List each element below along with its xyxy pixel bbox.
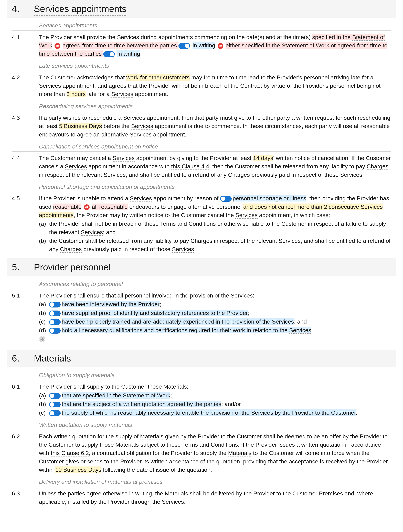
defined-term-services[interactable]: Services — [231, 292, 253, 299]
text: : — [253, 292, 254, 299]
defined-term-services[interactable]: Services — [251, 409, 273, 416]
toggle-icon[interactable] — [49, 302, 61, 307]
option-text[interactable]: all reasonable — [92, 203, 128, 210]
toggle-text[interactable]: in writing — [193, 42, 215, 49]
text: . — [184, 499, 185, 505]
defined-term-charges[interactable]: Charges — [190, 238, 212, 244]
toggle-icon[interactable] — [49, 319, 61, 325]
defined-term-charges[interactable]: Charges — [367, 163, 388, 170]
defined-term-statement-of-work[interactable]: Statement of Work — [282, 42, 329, 49]
toggle-text[interactable]: that are the subject of a written quotat… — [62, 401, 221, 407]
defined-term-services[interactable]: Services — [111, 91, 133, 98]
defined-term-materials[interactable]: Materials — [164, 383, 187, 390]
defined-term-customer-premises[interactable]: Customer Premises — [292, 490, 343, 497]
editable-text[interactable]: 3 hours — [67, 91, 86, 97]
defined-term-services[interactable]: Services — [162, 499, 184, 505]
defined-term-services[interactable]: Services — [113, 155, 135, 162]
defined-term-services[interactable]: Services — [123, 114, 145, 121]
text: Each written quotation for the supply of — [39, 433, 140, 440]
option-text[interactable]: agreed from time to time between the par… — [63, 42, 178, 49]
defined-term-services[interactable]: Services — [235, 212, 257, 219]
defined-term-services[interactable]: Services — [65, 163, 87, 170]
toggle-icon[interactable] — [178, 43, 190, 49]
toggle-text[interactable]: have been properly trained and are adequ… — [62, 318, 294, 325]
text: If a party wishes to reschedule a — [39, 114, 123, 121]
defined-term-services[interactable]: Services — [130, 131, 151, 138]
defined-term-services[interactable]: Services — [131, 123, 153, 130]
defined-term-materials[interactable]: Materials — [165, 490, 188, 497]
defined-term-materials[interactable]: Materials — [140, 433, 164, 440]
defined-term-charges[interactable]: Charges — [60, 246, 82, 253]
defined-term-services[interactable]: Services — [130, 195, 152, 202]
toggle-icon[interactable] — [220, 196, 232, 202]
toggle-text[interactable]: hold all necessary qualifications and ce… — [62, 327, 311, 333]
section-6-title[interactable]: Materials — [34, 352, 71, 365]
defined-term-services[interactable]: Services — [39, 82, 61, 89]
toggle-text[interactable]: personnel shortage or illness — [233, 195, 306, 202]
clause-6-2: 6.2 Each written quotation for the suppl… — [7, 432, 396, 474]
clause-body: If the Provider is unable to attend a Se… — [39, 194, 391, 253]
defined-term-services[interactable]: Services — [104, 171, 126, 178]
text: , then the Customer shall be released fr… — [209, 163, 367, 170]
clause-reference[interactable]: this Clause 4.4 — [171, 163, 209, 170]
editable-text[interactable]: 10 Business Days — [55, 467, 101, 473]
text: endeavours to engage alternative personn… — [128, 203, 243, 210]
clause-4-3: 4.3 If a party wishes to reschedule a Se… — [7, 114, 396, 139]
defined-term-charges[interactable]: Charges — [228, 171, 250, 178]
clause-4-2: 4.2 The Customer acknowledges that work … — [7, 73, 396, 98]
sub-letter: (b) — [39, 309, 49, 317]
text: following the date of issue of the quota… — [101, 467, 212, 473]
defined-term-statement-of-work[interactable]: Statement of Work — [123, 392, 170, 399]
text: in respect of the relevant — [39, 171, 104, 178]
toggle-text[interactable]: that are specified in the Statement of W… — [62, 392, 170, 399]
defined-term-services[interactable]: Services — [340, 171, 362, 178]
defined-term-materials[interactable]: Materials — [115, 441, 139, 448]
text: . — [140, 51, 142, 57]
add-item-icon[interactable] — [39, 336, 45, 342]
toggle-text[interactable]: have been interviewed by the Provider — [62, 301, 159, 307]
toggle-icon[interactable] — [103, 51, 115, 57]
toggle-icon[interactable] — [49, 310, 61, 316]
text: The Provider shall supply to the Custome… — [39, 383, 164, 390]
section-5-title[interactable]: Provider personnel — [34, 260, 111, 274]
toggle-text[interactable]: the supply of which is reasonably necess… — [62, 409, 356, 416]
section-4-header: 4. Services appointments — [7, 0, 396, 18]
toggle-icon[interactable] — [49, 328, 61, 334]
clause-body: The Provider shall ensure that all perso… — [39, 291, 391, 345]
sub-text: hold all necessary qualifications and ce… — [49, 326, 391, 334]
toggle-icon[interactable] — [49, 410, 61, 416]
section-4-title[interactable]: Services appointments — [34, 2, 126, 16]
or-badge-icon[interactable]: or — [218, 43, 223, 49]
editable-text[interactable]: work for other customers — [126, 74, 190, 81]
section-5-number: 5. — [12, 260, 34, 274]
clause-number: 4.4 — [12, 154, 39, 179]
clause-reference[interactable]: this Clause 6.2 — [51, 450, 89, 456]
or-badge-icon[interactable]: or — [55, 43, 60, 49]
toggle-icon[interactable] — [49, 393, 61, 399]
subheading-text: Personnel shortage and cancellation of a… — [39, 184, 175, 190]
editable-text[interactable]: 14 days — [253, 155, 273, 161]
text: may from time to time lead to the Provid… — [190, 74, 373, 81]
or-badge-icon[interactable]: or — [84, 204, 90, 210]
defined-term-materials[interactable]: Materials — [228, 450, 252, 456]
subheading-text: Cancellation of services appointment on … — [39, 143, 158, 150]
defined-term-services[interactable]: Services — [81, 229, 103, 236]
sub-text: have supplied proof of identity and sati… — [49, 309, 391, 317]
section-6-number: 6. — [12, 352, 34, 365]
defined-term-services[interactable]: Services — [278, 238, 301, 244]
sub-item-c: (c) have been properly trained and are a… — [39, 317, 391, 326]
subheading-4-1: Services appointments — [12, 21, 391, 31]
toggle-text[interactable]: in writing — [117, 51, 140, 57]
defined-term-services[interactable]: Services — [172, 246, 194, 253]
text: , and shall be entitled to a refund of a… — [126, 171, 228, 178]
toggle-icon[interactable] — [49, 402, 61, 407]
defined-term-services[interactable]: Services — [272, 318, 294, 325]
defined-term-services[interactable]: Services — [289, 327, 311, 334]
clause-number: 6.1 — [12, 382, 39, 417]
option-text[interactable]: reasonable — [53, 203, 82, 210]
defined-term-services[interactable]: Services — [361, 203, 383, 210]
toggle-text[interactable]: have supplied proof of identity and sati… — [62, 310, 248, 316]
subheading-text: Assurances relating to personnel — [39, 281, 123, 287]
text: appointment by giving to the Provider at… — [135, 155, 253, 161]
editable-text[interactable]: 5 Business Days — [59, 123, 102, 129]
